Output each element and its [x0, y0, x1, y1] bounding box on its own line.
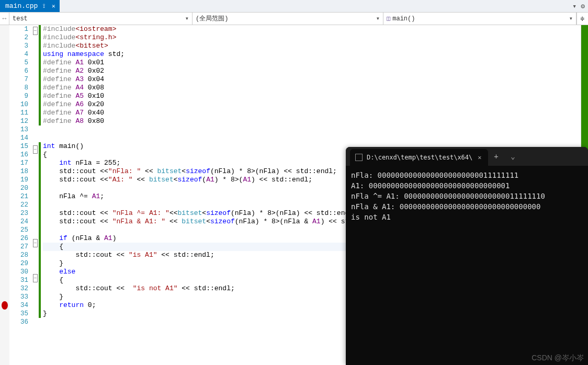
tab-filename: main.cpp [5, 2, 38, 10]
chevron-down-icon: ▾ [181, 15, 189, 22]
document-tab-bar: main.cpp ⟟ ✕ ▾ ⚙ [0, 0, 588, 13]
line-number-gutter: 1234567891011121314151617181920212223242… [9, 25, 31, 365]
pin-icon[interactable]: ⟟ [41, 3, 47, 9]
tab-bar-tools: ▾ ⚙ [572, 0, 588, 12]
chevron-down-icon: ▾ [565, 15, 573, 22]
terminal-title: D:\cenxd\temp\test\test\x64\ [367, 154, 472, 161]
function-scope-value: main() [392, 15, 415, 22]
split-view-icon[interactable]: ≑ [576, 13, 588, 25]
navigation-bar: ↔ test ▾ (全局范围) ▾ ◫ main() ▾ ≑ [0, 13, 588, 25]
namespace-scope-value: (全局范围) [196, 14, 228, 23]
fold-gutter[interactable]: −−−− [31, 25, 39, 365]
watermark: CSDN @岑小岑 [532, 353, 584, 363]
terminal-output[interactable]: nFla: 00000000000000000000000011111111 A… [346, 166, 588, 226]
new-tab-button[interactable]: + [488, 147, 505, 166]
function-icon: ◫ [387, 15, 390, 22]
terminal-tab[interactable]: D:\cenxd\temp\test\test\x64\ ✕ [350, 149, 488, 166]
breakpoint-gutter[interactable] [0, 25, 9, 365]
function-scope-dropdown[interactable]: ◫ main() ▾ [383, 13, 576, 25]
terminal-window: D:\cenxd\temp\test\test\x64\ ✕ + ⌄ nFla:… [346, 147, 588, 365]
namespace-scope-dropdown[interactable]: (全局范围) ▾ [193, 13, 383, 25]
document-tab-main-cpp[interactable]: main.cpp ⟟ ✕ [0, 0, 60, 12]
close-icon[interactable]: ✕ [477, 154, 482, 161]
project-scope-value: test [13, 15, 28, 22]
tab-menu-dropdown[interactable]: ⌄ [505, 147, 522, 166]
terminal-titlebar[interactable]: D:\cenxd\temp\test\test\x64\ ✕ + ⌄ [346, 147, 588, 166]
dropdown-icon[interactable]: ▾ [572, 2, 576, 10]
terminal-icon [355, 154, 363, 161]
nav-history-icon[interactable]: ↔ [0, 13, 9, 25]
gear-icon[interactable]: ⚙ [581, 2, 585, 10]
chevron-down-icon: ▾ [372, 15, 380, 22]
project-scope-dropdown[interactable]: test ▾ [9, 13, 193, 25]
close-icon[interactable]: ✕ [50, 3, 56, 9]
